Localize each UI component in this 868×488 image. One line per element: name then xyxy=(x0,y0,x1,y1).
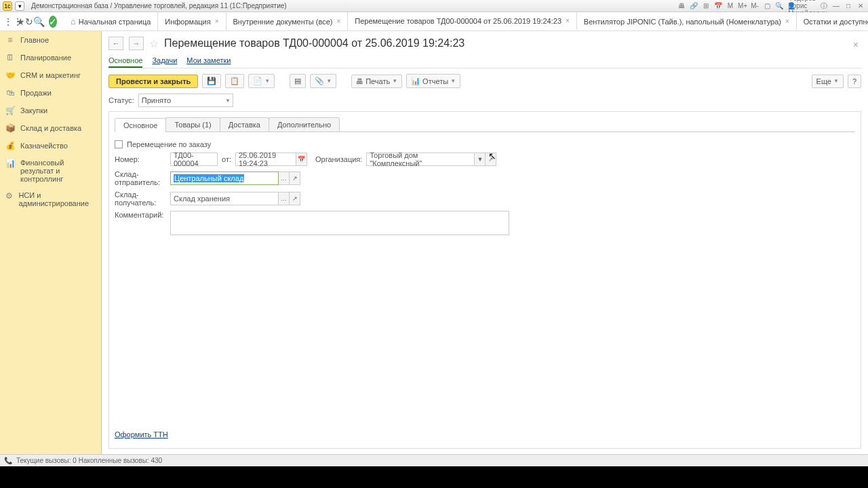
sidebar-item-finance[interactable]: 📊Финансовый результат и контроллинг xyxy=(0,155,101,187)
status-label: Статус: xyxy=(108,96,134,104)
m-icon[interactable]: M xyxy=(726,1,735,11)
tab-stock[interactable]: Остатки и доступность× xyxy=(797,12,868,30)
sidebar-item-main[interactable]: ≡Главное xyxy=(0,31,101,49)
doc-tab-notes[interactable]: Мои заметки xyxy=(186,54,231,68)
sender-select-icon[interactable]: … xyxy=(279,171,290,185)
back-round-icon[interactable]: ▾ xyxy=(15,1,24,11)
doc-tab-tasks[interactable]: Задачи xyxy=(152,54,177,68)
help-button[interactable]: ? xyxy=(848,75,861,88)
history-icon[interactable]: ↻ xyxy=(25,14,33,30)
m-minus-icon[interactable]: M- xyxy=(750,1,760,11)
titlebar-right: 🖶 🔗 ⊞ 📅 M M+ M- ▢ 🔍 👤 Федоров Борис Миха… xyxy=(677,1,865,11)
close-icon[interactable]: × xyxy=(215,18,219,25)
calendar-picker-icon[interactable]: 📅 xyxy=(296,152,307,166)
status-row: Статус: Принято▼ xyxy=(108,94,861,107)
list-icon: ≡ xyxy=(5,35,15,45)
window-title: Демонстрационная база / Управление торго… xyxy=(31,2,677,9)
favorite-icon[interactable]: ★ xyxy=(16,14,25,30)
create-based-button[interactable]: 📄▼ xyxy=(248,74,275,88)
sidebar-item-treasury[interactable]: 💰Казначейство xyxy=(0,137,101,155)
print-button[interactable]: 🖶 Печать▼ xyxy=(351,75,402,88)
tab-transfer-doc[interactable]: Перемещение товаров ТД00-000004 от 25.06… xyxy=(348,12,577,30)
row-sender: Склад-отправитель: Центральный склад … ↗ xyxy=(115,170,855,186)
close-window-icon[interactable]: ✕ xyxy=(856,1,865,11)
user-name: Федоров Борис Михайлович xyxy=(803,1,812,11)
status-dropdown[interactable]: Принято▼ xyxy=(138,94,233,107)
files-button[interactable]: 📎▼ xyxy=(310,74,336,88)
top-tabs: Начальная страница Информация× Внутренни… xyxy=(64,12,868,30)
create-ttn-link[interactable]: Оформить ТТН xyxy=(115,426,855,443)
calendar-icon: 🗓 xyxy=(5,53,15,62)
reports-button[interactable]: 📊 Отчеты▼ xyxy=(406,74,460,88)
inner-tab-main[interactable]: Основное xyxy=(115,118,166,132)
window-titlebar: 1c ▾ Демонстрационная база / Управление … xyxy=(0,0,868,12)
tab-info[interactable]: Информация× xyxy=(158,12,226,30)
sidebar: ≡Главное 🗓Планирование 🤝CRM и маркетинг … xyxy=(0,31,102,454)
apps-icon[interactable]: ⋮⋮⋮ xyxy=(0,14,16,30)
row-receiver: Склад-получатель: Склад хранения … ↗ xyxy=(115,190,855,207)
cart-icon: 🛒 xyxy=(5,106,15,115)
inner-tab-delivery[interactable]: Доставка xyxy=(220,117,269,131)
by-order-checkbox[interactable] xyxy=(115,140,123,148)
close-icon[interactable]: × xyxy=(566,17,570,24)
status-icon: 📞 xyxy=(4,457,12,464)
top-toolbar: ⋮⋮⋮ ★ ↻ 🔍 ✓ Начальная страница Информаци… xyxy=(0,12,868,31)
sidebar-item-planning[interactable]: 🗓Планирование xyxy=(0,49,101,66)
date-input[interactable]: 25.06.2019 19:24:23 xyxy=(235,152,296,166)
comment-textarea[interactable] xyxy=(170,211,509,235)
maximize-icon[interactable]: □ xyxy=(844,1,853,11)
minimize-icon[interactable]: — xyxy=(831,1,841,11)
tab-ventilator[interactable]: Вентилятор JIPONIC (Тайв.), напольный (Н… xyxy=(577,12,797,30)
post-button[interactable]: 📋 xyxy=(225,74,244,88)
close-icon[interactable]: × xyxy=(785,18,789,25)
window-icon[interactable]: ▢ xyxy=(762,1,772,11)
tab-internal-docs[interactable]: Внутренние документы (все)× xyxy=(226,12,349,30)
print-icon[interactable]: 🖶 xyxy=(677,1,686,11)
bell-icon[interactable]: ✓ xyxy=(49,16,57,28)
search-toolbar-icon[interactable]: 🔍 xyxy=(33,14,45,30)
receiver-input[interactable]: Склад хранения xyxy=(170,192,279,205)
forward-button[interactable]: → xyxy=(129,37,144,50)
sidebar-item-warehouse[interactable]: 📦Склад и доставка xyxy=(0,119,101,137)
sidebar-item-admin[interactable]: ⚙НСИ и администрирование xyxy=(0,187,101,211)
doc-tab-main[interactable]: Основное xyxy=(108,54,142,68)
info-icon[interactable]: ⓘ xyxy=(819,1,829,11)
more-button[interactable]: Еще▼ xyxy=(812,75,844,88)
receiver-open-icon[interactable]: ↗ xyxy=(290,192,300,205)
org-dropdown-icon[interactable]: ▼ xyxy=(475,152,486,166)
sender-input[interactable]: Центральный склад xyxy=(170,171,279,185)
org-input[interactable]: Торговый дом "Комплексный" xyxy=(366,152,475,166)
m-plus-icon[interactable]: M+ xyxy=(738,1,747,11)
receiver-select-icon[interactable]: … xyxy=(279,192,290,205)
sidebar-item-crm[interactable]: 🤝CRM и маркетинг xyxy=(0,66,101,84)
number-input[interactable]: ТД00-000004 xyxy=(170,152,218,166)
org-open-icon[interactable]: ↗ xyxy=(486,152,496,166)
row-number: Номер: ТД00-000004 от: 25.06.2019 19:24:… xyxy=(115,152,855,166)
inner-tab-additional[interactable]: Дополнительно xyxy=(269,117,340,131)
sidebar-item-purchases[interactable]: 🛒Закупки xyxy=(0,102,101,119)
link-icon[interactable]: 🔗 xyxy=(689,1,698,11)
status-text: Текущие вызовы: 0 Накопленные вызовы: 43… xyxy=(16,457,162,464)
handshake-icon: 🤝 xyxy=(5,70,15,80)
back-button[interactable]: ← xyxy=(108,37,123,50)
app-menu-icon[interactable]: 1c xyxy=(3,1,12,11)
sidebar-item-sales[interactable]: 🛍Продажи xyxy=(0,84,101,102)
sender-open-icon[interactable]: ↗ xyxy=(290,171,300,185)
calc-icon[interactable]: ⊞ xyxy=(701,1,711,11)
close-doc-icon[interactable]: × xyxy=(853,39,859,50)
calendar-icon[interactable]: 📅 xyxy=(713,1,723,11)
star-icon[interactable]: ☆ xyxy=(149,37,159,50)
close-icon[interactable]: × xyxy=(336,18,340,25)
statusbar: 📞 Текущие вызовы: 0 Накопленные вызовы: … xyxy=(0,454,868,466)
tab-home[interactable]: Начальная страница xyxy=(64,12,158,30)
form: Перемещение по заказу Номер: ТД00-000004… xyxy=(115,138,855,242)
inner-tab-goods[interactable]: Товары (1) xyxy=(165,117,220,131)
main-content: ← → ☆ Перемещение товаров ТД00-000004 от… xyxy=(102,31,868,454)
structure-button[interactable]: ▤ xyxy=(290,74,306,88)
save-button[interactable]: 💾 xyxy=(202,74,221,88)
doc-tabs: Основное Задачи Мои заметки xyxy=(108,54,861,68)
bag-icon: 🛍 xyxy=(5,88,15,98)
search-icon[interactable]: 🔍 xyxy=(774,1,784,11)
post-and-close-button[interactable]: Провести и закрыть xyxy=(108,75,198,88)
doc-header: ← → ☆ Перемещение товаров ТД00-000004 от… xyxy=(108,37,861,50)
